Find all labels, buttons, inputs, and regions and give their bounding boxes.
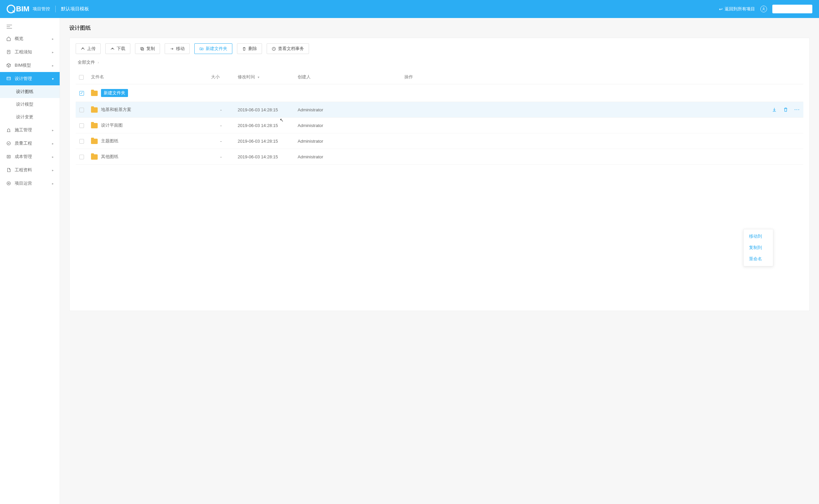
file-creator: Administrator — [294, 133, 401, 149]
logo[interactable]: BIM 项目管控 — [7, 5, 50, 13]
sidebar-item-3[interactable]: 设计管理 ▾ — [0, 72, 60, 85]
file-creator: Administrator — [294, 118, 401, 133]
file-creator: Administrator — [294, 149, 401, 165]
col-size[interactable]: 大小 — [208, 70, 234, 84]
file-table: 文件名 大小 修改时间 ▾ 创建人 操作 新建文件夹 地基和桩基方案 - — [76, 70, 803, 165]
file-size: - — [208, 102, 234, 118]
sidebar-subitem-3-2[interactable]: 设计变更 — [0, 111, 60, 123]
toolbar-newfolder-button[interactable]: 新建文件夹 — [194, 43, 232, 54]
table-row[interactable]: 主题图纸 - 2019-06-03 14:28:15 Administrator — [76, 133, 803, 149]
col-modified[interactable]: 修改时间 ▾ — [234, 70, 294, 84]
toolbar-copy-button[interactable]: 复制 — [135, 43, 160, 54]
cost-icon — [6, 154, 11, 159]
file-modified: 2019-06-03 14:28:15 — [234, 149, 294, 165]
button-label: 复制 — [146, 46, 155, 52]
breadcrumb: 全部文件 › — [76, 59, 803, 65]
toolbar-upload-button[interactable]: 上传 — [76, 43, 101, 54]
table-row[interactable]: 新建文件夹 — [76, 84, 803, 102]
folder-icon — [91, 91, 98, 96]
file-size: - — [208, 118, 234, 133]
logo-text: BIM — [16, 5, 29, 13]
toolbar-move-button[interactable]: 移动 — [165, 43, 190, 54]
sidebar-item-5[interactable]: 质量工程 ▸ — [0, 137, 60, 150]
more-icon[interactable]: ··· — [794, 107, 800, 112]
context-menu-item-2[interactable]: 重命名 — [744, 253, 773, 265]
svg-point-14 — [8, 183, 9, 184]
svg-point-13 — [7, 182, 11, 185]
ops-icon — [6, 181, 11, 186]
sidebar-item-label: 项目运营 — [15, 180, 32, 186]
button-label: 删除 — [248, 46, 257, 52]
chevron-icon: ▸ — [52, 155, 54, 159]
table-row[interactable]: 地基和桩基方案 - 2019-06-03 14:28:15 Administra… — [76, 102, 803, 118]
col-name[interactable]: 文件名 — [88, 70, 208, 84]
toolbar-delete-button[interactable]: 删除 — [237, 43, 262, 54]
sidebar-item-1[interactable]: 工程须知 ▸ — [0, 45, 60, 59]
chevron-icon: ▸ — [52, 142, 54, 145]
app-header: BIM 项目管控 默认项目模板 ↩ 返回到所有项目 — [0, 0, 819, 18]
svg-rect-7 — [7, 77, 11, 80]
chevron-icon: ▸ — [52, 168, 54, 172]
toolbar-history-button[interactable]: 查看文档事务 — [267, 43, 309, 54]
move-icon — [170, 47, 174, 51]
select-all-checkbox[interactable] — [79, 75, 84, 80]
svg-rect-15 — [141, 48, 144, 50]
sidebar-subitem-3-0[interactable]: 设计图纸 — [0, 85, 60, 98]
file-creator — [294, 84, 401, 102]
file-modified: 2019-06-03 14:28:15 — [234, 102, 294, 118]
row-checkbox[interactable] — [79, 91, 84, 96]
newfolder-icon — [199, 47, 204, 51]
chevron-icon: ▸ — [52, 182, 54, 185]
file-name[interactable]: 主题图纸 — [101, 138, 118, 143]
col-creator[interactable]: 创建人 — [294, 70, 401, 84]
user-avatar-icon[interactable] — [760, 6, 767, 12]
file-creator: Administrator — [294, 102, 401, 118]
back-to-projects-link[interactable]: ↩ 返回到所有项目 — [719, 6, 755, 12]
row-checkbox[interactable] — [79, 108, 84, 112]
chevron-icon: ▾ — [52, 77, 54, 81]
search-input[interactable] — [772, 5, 812, 13]
svg-point-9 — [7, 142, 11, 145]
home-icon — [6, 36, 11, 41]
breadcrumb-root[interactable]: 全部文件 — [78, 59, 95, 65]
sidebar-item-label: 设计管理 — [15, 76, 32, 82]
folder-icon — [91, 139, 98, 144]
table-row[interactable]: 设计平面图 - 2019-06-03 14:28:15 Administrato… — [76, 118, 803, 133]
button-label: 移动 — [176, 46, 185, 52]
file-name[interactable]: 地基和桩基方案 — [101, 107, 131, 112]
sort-desc-icon: ▾ — [258, 75, 259, 79]
sidebar-item-0[interactable]: 概览 ▸ — [0, 32, 60, 45]
sidebar-item-4[interactable]: 施工管理 ▸ — [0, 123, 60, 137]
svg-rect-16 — [141, 47, 143, 50]
row-checkbox[interactable] — [79, 123, 84, 128]
sidebar-item-8[interactable]: 项目运营 ▸ — [0, 177, 60, 190]
svg-rect-10 — [7, 155, 10, 158]
table-row[interactable]: 其他图纸 - 2019-06-03 14:28:15 Administrator — [76, 149, 803, 165]
project-title: 默认项目模板 — [61, 6, 89, 12]
context-menu-item-0[interactable]: 移动到 — [744, 231, 773, 242]
delete-icon[interactable] — [783, 107, 788, 112]
chevron-icon: ▸ — [52, 50, 54, 54]
sidebar-item-label: 质量工程 — [15, 140, 32, 146]
row-checkbox[interactable] — [79, 155, 84, 159]
context-menu-item-1[interactable]: 复制到 — [744, 242, 773, 253]
download-icon[interactable] — [772, 107, 777, 112]
upload-icon — [81, 47, 85, 51]
toolbar-download-button[interactable]: 下载 — [105, 43, 130, 54]
back-icon: ↩ — [719, 7, 723, 12]
sidebar-item-2[interactable]: BIM模型 ▸ — [0, 59, 60, 72]
history-icon — [272, 47, 276, 51]
content-panel: 上传下载复制移动新建文件夹删除查看文档事务 全部文件 › 文件名 大小 修改时间… — [69, 38, 810, 311]
file-name[interactable]: 其他图纸 — [101, 154, 118, 159]
file-modified: 2019-06-03 14:28:15 — [234, 133, 294, 149]
file-name[interactable]: 设计平面图 — [101, 123, 123, 128]
folder-name-input[interactable]: 新建文件夹 — [101, 89, 128, 97]
sidebar-collapse-button[interactable] — [0, 21, 60, 32]
doc-icon — [6, 49, 11, 55]
sidebar-item-7[interactable]: 工程资料 ▸ — [0, 163, 60, 177]
sidebar-item-6[interactable]: 成本管理 ▸ — [0, 150, 60, 163]
button-label: 新建文件夹 — [206, 46, 227, 52]
row-checkbox[interactable] — [79, 139, 84, 144]
sidebar-subitem-3-1[interactable]: 设计模型 — [0, 98, 60, 111]
cube-icon — [6, 63, 11, 68]
